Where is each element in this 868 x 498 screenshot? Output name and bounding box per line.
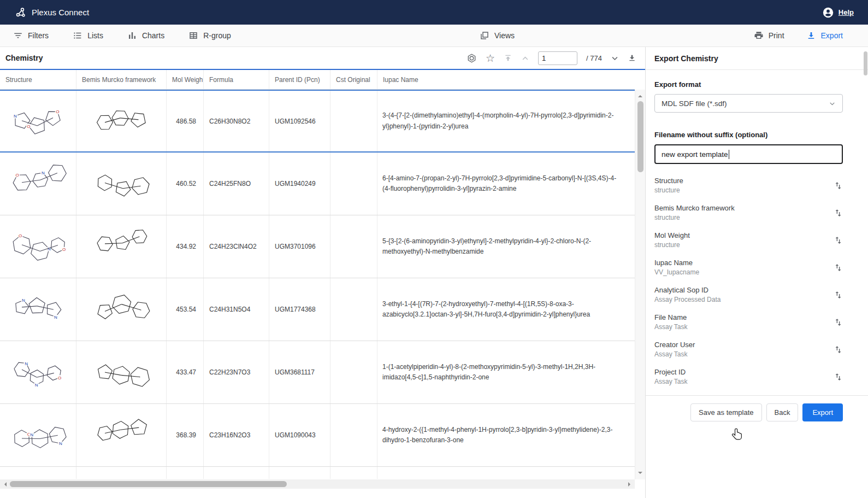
reorder-icon[interactable] xyxy=(834,372,843,382)
reorder-icon[interactable] xyxy=(834,318,843,327)
page-input[interactable] xyxy=(538,51,577,65)
export-field-text: Analytical Sop IDAssay Processed Data xyxy=(654,286,721,303)
scroll-left-arrow[interactable] xyxy=(2,482,7,487)
reorder-icon[interactable] xyxy=(834,181,843,190)
field-source: Assay Processed Data xyxy=(654,296,721,303)
column-header[interactable]: Bemis Murcko framework xyxy=(76,70,167,89)
field-name: Iupac Name xyxy=(654,259,699,267)
filters-button[interactable]: Filters xyxy=(13,31,49,40)
column-header[interactable]: Iupac Name xyxy=(377,70,635,89)
export-field-text: Bemis Murcko frameworkstructure xyxy=(654,204,735,221)
print-button[interactable]: Print xyxy=(754,31,784,40)
table-row[interactable]: ONO434.92C24H23ClN4O2UGM37010965-{3-[2-(… xyxy=(0,215,635,278)
previous-page-icon[interactable] xyxy=(521,54,529,62)
vertical-scroll-thumb[interactable] xyxy=(637,101,643,172)
print-icon xyxy=(754,31,764,40)
structure-image: ONO xyxy=(0,215,76,278)
scroll-right-arrow[interactable] xyxy=(628,482,633,487)
export-button[interactable]: Export xyxy=(802,403,843,421)
framework-image xyxy=(76,278,167,341)
svg-text:N: N xyxy=(30,432,33,437)
app-title: Plexus Connect xyxy=(32,8,89,17)
back-button[interactable]: Back xyxy=(766,403,799,421)
rgroup-button[interactable]: R-group xyxy=(188,31,231,40)
mol-weight-cell: 433.47 xyxy=(167,341,204,403)
brand: Plexus Connect xyxy=(15,7,89,18)
field-name: Bemis Murcko framework xyxy=(654,204,735,212)
export-field-text: Iupac NameVV_Iupacname xyxy=(654,259,699,276)
structure-image: ONN xyxy=(0,404,76,466)
export-format-select[interactable]: MDL SDF file (*.sdf) xyxy=(654,94,843,113)
structure-search-icon[interactable] xyxy=(467,53,477,63)
account-icon xyxy=(822,7,834,19)
export-field-text: Project IDAssay Task xyxy=(654,368,687,385)
iupac-name-cell: 3-(4-{7-[2-(dimethylamino)ethyl]-4-(morp… xyxy=(377,91,635,151)
column-header[interactable]: Parent ID (Pcn) xyxy=(269,70,330,89)
reorder-icon[interactable] xyxy=(834,290,843,300)
reorder-icon[interactable] xyxy=(834,345,843,354)
first-page-icon[interactable] xyxy=(504,54,512,62)
export-field-text: Creator UserAssay Task xyxy=(654,341,695,358)
page-scrollbar[interactable] xyxy=(863,48,868,498)
filters-label: Filters xyxy=(28,31,49,40)
framework-image xyxy=(76,153,167,215)
field-source: structure xyxy=(654,241,690,249)
export-toolbar-button[interactable]: Export xyxy=(806,31,843,40)
favorite-star-icon[interactable]: ☆ xyxy=(486,53,495,63)
table-row[interactable]: OO xyxy=(0,467,635,479)
vertical-scrollbar[interactable] xyxy=(635,90,645,479)
last-page-icon[interactable] xyxy=(628,54,636,62)
scroll-down-arrow[interactable] xyxy=(638,472,642,476)
table-row[interactable]: ON460.52C24H25FN8OUGM19402496-[4-amino-7… xyxy=(0,153,635,215)
export-field-row: Iupac NameVV_Iupacname xyxy=(654,254,843,281)
cst-original-cell xyxy=(330,341,377,403)
column-header[interactable]: Mol Weigh xyxy=(167,70,204,89)
horizontal-scroll-thumb[interactable] xyxy=(10,481,287,487)
cst-original-cell xyxy=(330,91,377,151)
field-source: structure xyxy=(654,186,683,194)
svg-text:N: N xyxy=(54,315,57,320)
views-button[interactable]: Views xyxy=(480,31,515,40)
export-field-row: Mol Weightstructure xyxy=(654,226,843,254)
svg-text:O: O xyxy=(62,247,65,252)
topbar: Plexus Connect Help xyxy=(0,0,868,25)
pager: ☆ / 774 xyxy=(467,51,636,65)
formula-cell: C24H31N5O4 xyxy=(204,278,269,341)
table-row[interactable]: NN453.54C24H31N5O4UGM17743683-ethyl-1-{4… xyxy=(0,278,635,341)
print-label: Print xyxy=(769,31,784,40)
iupac-name-cell xyxy=(377,467,635,479)
export-panel-title: Export Chemistry xyxy=(646,47,868,70)
svg-text:N: N xyxy=(41,171,44,175)
column-header[interactable]: Cst Original xyxy=(330,70,377,89)
reorder-icon[interactable] xyxy=(834,236,843,245)
help[interactable]: Help xyxy=(822,7,854,19)
help-link[interactable]: Help xyxy=(839,8,854,16)
structure-image: NN xyxy=(0,278,76,341)
reorder-icon[interactable] xyxy=(834,208,843,218)
scroll-up-arrow[interactable] xyxy=(638,93,642,97)
filter-icon xyxy=(13,31,23,40)
formula-cell: C24H23ClN4O2 xyxy=(204,215,269,278)
table-title-bar: Chemistry ☆ / 774 xyxy=(0,47,645,70)
page-title: Chemistry xyxy=(5,54,43,62)
lists-button[interactable]: Lists xyxy=(73,31,103,40)
filename-input[interactable]: new export template xyxy=(654,144,843,164)
bar-chart-icon xyxy=(127,31,137,40)
framework-image xyxy=(76,467,167,479)
next-page-icon[interactable] xyxy=(611,54,619,62)
charts-button[interactable]: Charts xyxy=(127,31,164,40)
table-row[interactable]: ONN368.39C23H16N2O3UGM10900434-hydroxy-2… xyxy=(0,404,635,467)
parent-id-cell: UGM3701096 xyxy=(269,215,330,278)
column-header[interactable]: Structure xyxy=(0,70,76,89)
table-row[interactable]: NNO433.47C22H23N7O3UGM36811171-(1-acetyl… xyxy=(0,341,635,404)
save-as-template-button[interactable]: Save as template xyxy=(690,403,761,421)
horizontal-scrollbar[interactable] xyxy=(0,479,635,489)
export-format-label: Export format xyxy=(654,80,843,89)
iupac-name-cell: 4-hydroxy-2-({1-methyl-4-phenyl-1H-pyrro… xyxy=(377,404,635,466)
table-body: NOO486.58C26H30N8O2UGM10925463-(4-{7-[2-… xyxy=(0,90,635,479)
page-scroll-thumb[interactable] xyxy=(864,51,867,75)
views-label: Views xyxy=(494,31,515,40)
reorder-icon[interactable] xyxy=(834,263,843,272)
column-header[interactable]: Formula xyxy=(204,70,269,89)
table-row[interactable]: NOO486.58C26H30N8O2UGM10925463-(4-{7-[2-… xyxy=(0,90,635,153)
